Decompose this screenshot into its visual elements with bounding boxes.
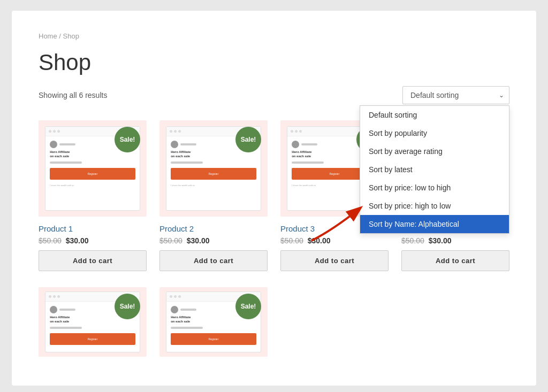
sale-badge-2: Sale! — [235, 127, 261, 152]
page-container: Home / Shop Shop Showing all 6 results D… — [12, 11, 536, 386]
sort-option-popularity[interactable]: Sort by popularity — [360, 124, 509, 142]
sort-option-price-high[interactable]: Sort by price: high to low — [360, 197, 509, 215]
price-old-3: $50.00 — [280, 236, 303, 245]
add-to-cart-button-3[interactable]: Add to cart — [280, 250, 389, 271]
breadcrumb: Home / Shop — [39, 32, 509, 40]
price-new-2: $30.00 — [187, 236, 210, 245]
product-price-4: $50.00 $30.00 — [401, 236, 509, 245]
price-new-3: $30.00 — [308, 236, 331, 245]
add-to-cart-button-4[interactable]: Add to cart — [401, 250, 509, 271]
price-old-1: $50.00 — [39, 236, 62, 245]
price-old-2: $50.00 — [159, 236, 182, 245]
sort-option-price-low[interactable]: Sort by price: low to high — [360, 179, 509, 197]
price-new-1: $30.00 — [66, 236, 89, 245]
sale-badge-1: Sale! — [115, 127, 140, 152]
add-to-cart-button-1[interactable]: Add to cart — [39, 250, 147, 271]
product-image-5: Hero Affiliateon each sale Register Sale… — [39, 287, 147, 357]
product-price-2: $50.00 $30.00 — [159, 236, 268, 245]
add-to-cart-button-2[interactable]: Add to cart — [159, 250, 268, 271]
sort-option-rating[interactable]: Sort by average rating — [360, 142, 509, 160]
product-card-5: Hero Affiliateon each sale Register Sale… — [39, 287, 147, 364]
sort-option-name-alpha[interactable]: Sort by Name: Alphabetical — [360, 215, 509, 233]
product-image-2: Hero Affiliateon each sale Register I sh… — [159, 120, 268, 217]
price-new-4: $30.00 — [429, 236, 452, 245]
sort-select[interactable]: Default sorting — [402, 86, 509, 104]
page-title: Shop — [39, 50, 509, 75]
sale-badge-5: Sale! — [115, 294, 140, 319]
sale-badge-6: Sale! — [235, 294, 261, 319]
products-grid-row2: Hero Affiliateon each sale Register Sale… — [39, 287, 509, 364]
shop-bar: Showing all 6 results Default sorting ⌄ … — [39, 86, 509, 104]
breadcrumb-separator: / — [59, 32, 63, 40]
sort-wrapper: Default sorting ⌄ Default sorting Sort b… — [402, 86, 509, 104]
product-price-3: $50.00 $30.00 — [280, 236, 389, 245]
product-name-1[interactable]: Product 1 — [39, 224, 147, 233]
product-image-1: Hero Affiliateon each sale Register I sh… — [39, 120, 147, 217]
product-image-6: Hero Affiliateon each sale Register Sale… — [159, 287, 268, 357]
sort-option-latest[interactable]: Sort by latest — [360, 160, 509, 179]
sort-option-default[interactable]: Default sorting — [360, 106, 509, 124]
breadcrumb-home[interactable]: Home — [39, 32, 57, 40]
sort-dropdown-menu: Default sorting Sort by popularity Sort … — [360, 105, 509, 234]
product-card-2: Hero Affiliateon each sale Register I sh… — [159, 120, 268, 271]
product-price-1: $50.00 $30.00 — [39, 236, 147, 245]
product-card-1: Hero Affiliateon each sale Register I sh… — [39, 120, 147, 271]
price-old-4: $50.00 — [401, 236, 424, 245]
results-count: Showing all 6 results — [39, 91, 107, 99]
breadcrumb-current: Shop — [63, 32, 79, 40]
product-name-2[interactable]: Product 2 — [159, 224, 268, 233]
product-card-6: Hero Affiliateon each sale Register Sale… — [159, 287, 268, 364]
